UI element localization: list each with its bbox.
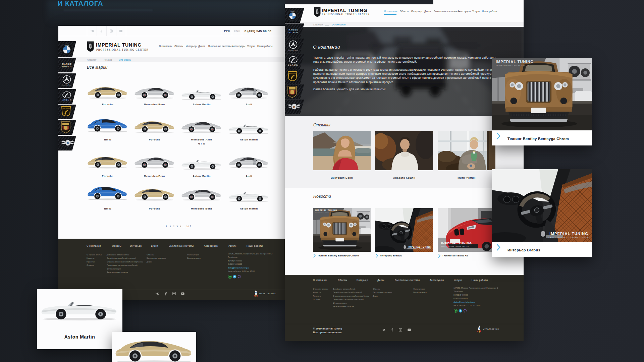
svg-text:LAMBORGHINI: LAMBORGHINI	[288, 73, 297, 74]
svg-text:RANGE: RANGE	[288, 29, 298, 31]
svg-text:LEXUS: LEXUS	[62, 99, 72, 101]
svg-text:Mercedes-Benz: Mercedes-Benz	[288, 49, 298, 51]
svg-text:IMPERIAL TUNING: IMPERIAL TUNING	[441, 242, 472, 245]
svg-text:PROFESSIONAL TUNING CENTER: PROFESSIONAL TUNING CENTER	[441, 246, 469, 247]
svg-text:B: B	[67, 141, 69, 145]
svg-text:LEXUS: LEXUS	[288, 64, 298, 66]
svg-text:ROVER: ROVER	[289, 32, 299, 34]
svg-text:LAMBORGHINI: LAMBORGHINI	[62, 108, 70, 109]
svg-text:RANGE: RANGE	[62, 63, 72, 65]
svg-text:B: B	[293, 105, 295, 109]
svg-text:Mercedes-Benz: Mercedes-Benz	[62, 84, 72, 86]
svg-text:ROVER: ROVER	[62, 66, 72, 68]
